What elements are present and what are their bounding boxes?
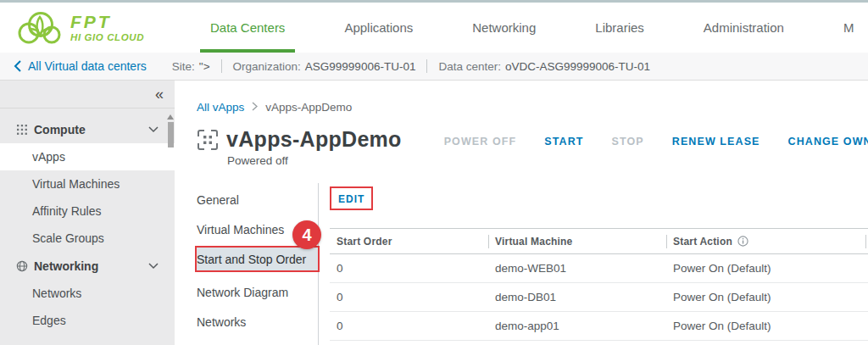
organization-value: ASG99999006-TU-01 — [305, 60, 416, 73]
vapp-tabs: General Virtual Machines Start and Stop … — [197, 183, 319, 345]
power-off-button[interactable]: POWER OFF — [444, 136, 517, 147]
nav-tab-data-centers[interactable]: Data Centers — [200, 3, 295, 53]
cell-start-action: Power On (Default) — [666, 312, 865, 341]
tab-general[interactable]: General — [197, 185, 318, 214]
column-header-start-order: Start Order — [330, 229, 488, 254]
change-owner-button[interactable]: CHANGE OWNER — [788, 136, 868, 147]
nav-tab-libraries[interactable]: Libraries — [585, 3, 654, 53]
chevron-right-icon — [252, 101, 258, 114]
sidebar: « Compute — [0, 81, 175, 345]
cell-start-action: Power On (Default) — [666, 254, 865, 283]
page: FPT HI GIO CLOUD Data Centers Applicatio… — [0, 0, 868, 345]
stop-button[interactable]: STOP — [612, 136, 644, 147]
start-stop-order-table: Start Order Virtual Machine Start Action — [330, 228, 868, 341]
top-nav: FPT HI GIO CLOUD Data Centers Applicatio… — [0, 0, 868, 53]
nav-tab-applications[interactable]: Applications — [334, 3, 423, 53]
tab-label: Start and Stop Order — [197, 253, 306, 266]
sidebar-item-scale-groups[interactable]: Scale Groups — [0, 225, 175, 252]
breadcrumb: All vApps vApps-AppDemo — [197, 101, 868, 114]
cloud-logo-icon — [14, 8, 63, 47]
back-link-all-virtual-data-centers[interactable]: All Virtual data centers — [14, 59, 147, 73]
annotation-step-badge: 4 — [292, 220, 321, 249]
edit-button[interactable]: EDIT — [338, 193, 364, 205]
table-row: 0 demo-app01 Power On (Default) — [330, 312, 868, 341]
context-organization: Organization: ASG99999006-TU-01 — [233, 60, 416, 73]
chevron-down-icon — [148, 126, 159, 133]
start-button[interactable]: START — [544, 136, 583, 147]
renew-lease-button[interactable]: RENEW LEASE — [672, 136, 760, 147]
context-data-center: Data center: oVDC-ASG99999006-TU-01 — [438, 60, 650, 73]
sidebar-group-networking[interactable]: Networking — [0, 252, 175, 280]
cell-virtual-machine: demo-app01 — [488, 312, 666, 341]
sidebar-nav: Compute vApps Virtual Machines Affinity … — [0, 109, 175, 334]
sidebar-item-virtual-machines[interactable]: Virtual Machines — [0, 170, 175, 198]
cell-start-order: 0 — [330, 312, 488, 341]
logo-text: FPT HI GIO CLOUD — [70, 13, 144, 42]
edit-annotation-box: EDIT — [330, 186, 373, 210]
column-header-virtual-machine: Virtual Machine — [488, 229, 666, 254]
power-status: Powered off — [227, 154, 868, 167]
cell-virtual-machine: demo-WEB01 — [488, 254, 666, 283]
logo-line2: HI GIO CLOUD — [70, 32, 144, 42]
site-label: Site: — [172, 60, 195, 73]
brand-logo[interactable]: FPT HI GIO CLOUD — [0, 3, 166, 53]
sidebar-item-edges[interactable]: Edges — [0, 307, 175, 334]
compute-grid-icon — [16, 124, 28, 136]
cell-start-order: 0 — [330, 283, 488, 312]
content-row: « Compute — [0, 81, 868, 345]
tab-content: EDIT Start Order Virtual Machine — [319, 183, 868, 345]
page-title: vApps-AppDemo — [226, 127, 402, 152]
data-center-value: oVDC-ASG99999006-TU-01 — [505, 60, 650, 73]
back-link-label: All Virtual data centers — [28, 59, 147, 73]
nav-tab-administration[interactable]: Administration — [693, 3, 794, 53]
sidebar-group-compute[interactable]: Compute — [0, 115, 175, 143]
cell-start-order: 0 — [330, 254, 488, 283]
sidebar-header: « — [0, 81, 175, 109]
breadcrumb-all-vapps-link[interactable]: All vApps — [197, 101, 244, 114]
tab-network-diagram[interactable]: Network Diagram — [197, 277, 318, 307]
title-row: vApps-AppDemo POWER OFF START STOP RENEW… — [197, 127, 868, 152]
context-divider — [221, 59, 222, 73]
organization-label: Organization: — [233, 60, 301, 73]
context-site: Site: "> — [172, 60, 210, 73]
nav-tab-networking[interactable]: Networking — [462, 3, 546, 53]
sidebar-group-label: Networking — [34, 259, 98, 273]
logo-line1: FPT — [70, 13, 144, 31]
sidebar-item-networks[interactable]: Networks — [0, 280, 175, 307]
nav-tab-truncated[interactable]: M — [833, 3, 865, 53]
column-header-start-action: Start Action — [666, 229, 865, 254]
scrollbar-up-arrow[interactable] — [167, 114, 174, 120]
tab-start-and-stop-order[interactable]: Start and Stop Order 4 — [197, 248, 318, 270]
table-row: 0 demo-DB01 Power On (Default) — [330, 283, 868, 312]
action-bar: POWER OFF START STOP RENEW LEASE CHANGE … — [444, 136, 868, 147]
primary-nav: Data Centers Applications Networking Lib… — [200, 3, 868, 53]
info-icon[interactable] — [737, 236, 748, 247]
table-row: 0 demo-WEB01 Power On (Default) — [330, 254, 868, 283]
detail-body: General Virtual Machines Start and Stop … — [197, 183, 868, 345]
site-value: "> — [199, 60, 210, 73]
chevron-down-icon — [148, 263, 159, 270]
sidebar-item-affinity-rules[interactable]: Affinity Rules — [0, 198, 175, 225]
collapse-sidebar-icon[interactable]: « — [155, 86, 164, 102]
main-panel: All vApps vApps-AppDemo — [175, 81, 868, 345]
context-divider — [426, 59, 427, 73]
chevron-left-icon — [14, 60, 21, 72]
scrollbar-thumb[interactable] — [168, 122, 174, 147]
sidebar-item-vapps[interactable]: vApps — [0, 143, 175, 170]
sidebar-group-label: Compute — [34, 123, 86, 136]
context-bar: All Virtual data centers Site: "> Organi… — [0, 53, 868, 81]
cell-start-action: Power On (Default) — [666, 283, 865, 312]
data-center-label: Data center: — [438, 60, 501, 73]
tab-networks[interactable]: Networks — [197, 307, 318, 337]
table-header-row: Start Order Virtual Machine Start Action — [330, 229, 868, 254]
breadcrumb-current: vApps-AppDemo — [265, 101, 352, 114]
vapp-icon — [197, 129, 219, 151]
globe-icon — [16, 260, 28, 272]
cell-virtual-machine: demo-DB01 — [488, 283, 666, 312]
